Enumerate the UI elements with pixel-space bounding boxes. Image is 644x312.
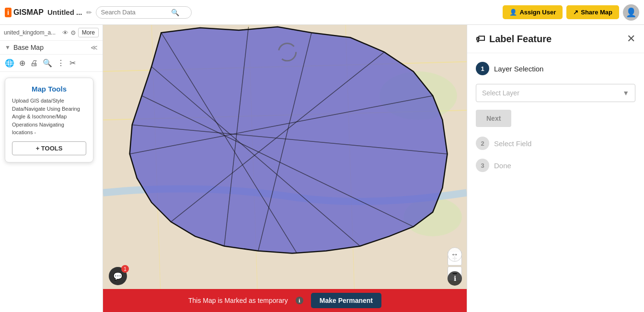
assign-icon: 👤	[509, 9, 517, 16]
tool-print-icon[interactable]: 🖨	[30, 59, 38, 68]
step-1-circle: 1	[476, 62, 489, 75]
collapse-button[interactable]: ≪	[91, 44, 98, 51]
make-permanent-button[interactable]: Make Permanent	[311, 293, 381, 308]
logo-text: GISMAP	[13, 8, 44, 17]
title-emoji: 🏷	[476, 34, 485, 45]
tools-icon-row: 🌐 ⊕ 🖨 🔍 ⋮ ✂	[0, 55, 103, 72]
map-bottom-bar: This Map is Marked as temporary ℹ Make P…	[103, 289, 467, 312]
step-3-circle: 3	[476, 159, 489, 172]
tool-grid-icon[interactable]: ⋮	[57, 58, 65, 68]
step-3-row: 3 Done	[476, 159, 635, 172]
map-tools-description: Upload GIS data/Style Data/Navigate Usin…	[12, 97, 86, 137]
logo-icon: i	[5, 8, 12, 17]
map-tools-panel: Map Tools Upload GIS data/Style Data/Nav…	[5, 78, 93, 162]
next-button[interactable]: Next	[476, 110, 511, 127]
step-2-circle: 2	[476, 137, 489, 150]
tools-button[interactable]: + TOOLS	[12, 141, 86, 155]
user-avatar[interactable]: 👤	[623, 4, 639, 21]
dropdown-arrow-icon: ▼	[622, 89, 629, 97]
step-1-row: 1 Layer Selection	[476, 62, 635, 75]
layer-name: united_kingdom_a...	[4, 29, 60, 36]
map-svg	[103, 25, 467, 312]
basemap-label: Base Map	[13, 44, 88, 51]
right-panel-header: 🏷 Label Feature ✕	[467, 25, 644, 53]
edit-icon[interactable]: ✏	[86, 9, 92, 16]
select-layer-placeholder: Select Layer	[482, 89, 519, 97]
layer-settings-icon[interactable]: ⚙	[70, 28, 76, 37]
tool-zoom-icon[interactable]: 🔍	[43, 58, 52, 68]
right-panel-title: 🏷 Label Feature	[476, 34, 552, 45]
layer-row: united_kingdom_a... 👁 ⚙ More	[0, 25, 103, 41]
chat-bubble[interactable]: 💬 1	[109, 267, 127, 285]
tool-target-icon[interactable]: ⊕	[19, 58, 25, 68]
temp-icon: ℹ	[296, 297, 303, 304]
share-icon: ↗	[573, 9, 578, 16]
assign-label: Assign User	[519, 9, 556, 16]
layer-icons: 👁 ⚙ More	[62, 28, 99, 37]
info-icon[interactable]: ℹ	[448, 271, 462, 286]
basemap-row: ▼ Base Map ≪	[0, 41, 103, 55]
logo[interactable]: i GISMAP	[5, 8, 44, 17]
select-layer-dropdown[interactable]: Select Layer ▼	[476, 84, 635, 102]
right-panel-body: 1 Layer Selection Select Layer ▼ Next 2 …	[467, 53, 644, 312]
share-label: Share Map	[581, 9, 612, 16]
topbar: i GISMAP Untitled ... ✏ 🔍 👤 Assign User …	[0, 0, 644, 25]
panel-title-text: Label Feature	[489, 34, 552, 45]
tool-scissors-icon[interactable]: ✂	[69, 58, 76, 68]
sidebar: united_kingdom_a... 👁 ⚙ More ▼ Base Map …	[0, 25, 103, 312]
pan-icon[interactable]: ↔	[448, 247, 462, 262]
search-box: 🔍	[96, 6, 192, 19]
layer-visibility-icon[interactable]: 👁	[62, 28, 69, 37]
step-3-label: Done	[494, 162, 511, 170]
share-map-button[interactable]: ↗ Share Map	[566, 5, 619, 19]
search-input[interactable]	[101, 9, 168, 16]
tool-globe-icon[interactable]: 🌐	[5, 58, 14, 68]
close-button[interactable]: ✕	[627, 33, 635, 45]
search-icon: 🔍	[171, 9, 179, 16]
chat-badge: 1	[121, 265, 129, 273]
assign-user-button[interactable]: 👤 Assign User	[503, 5, 563, 19]
map-container[interactable]: This Map is Marked as temporary ℹ Make P…	[103, 25, 467, 312]
step-1-label: Layer Selection	[494, 65, 543, 73]
more-button[interactable]: More	[78, 28, 99, 37]
map-tools-title: Map Tools	[12, 85, 86, 93]
basemap-arrow: ▼	[5, 44, 11, 51]
chat-container: 💬 1	[109, 267, 127, 285]
step-2-row: 2 Select Field	[476, 137, 635, 150]
main-layout: united_kingdom_a... 👁 ⚙ More ▼ Base Map …	[0, 25, 644, 312]
right-panel: 🏷 Label Feature ✕ 1 Layer Selection Sele…	[467, 25, 644, 312]
temporary-map-text: This Map is Marked as temporary	[188, 297, 288, 304]
step-2-label: Select Field	[494, 139, 531, 148]
map-title: Untitled ...	[47, 8, 82, 16]
